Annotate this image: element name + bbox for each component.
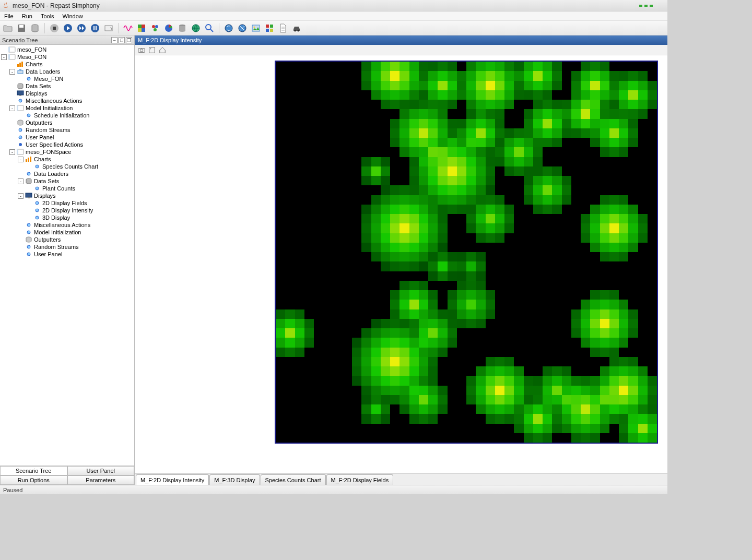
agents-icon[interactable]	[149, 22, 161, 34]
tree-node[interactable]: -Data Sets	[1, 177, 133, 185]
tree-node[interactable]: 2D Display Intensity	[1, 207, 133, 214]
menu-tools[interactable]: Tools	[39, 13, 56, 20]
tree-node[interactable]: User Panel	[1, 251, 133, 258]
tree-node[interactable]: Meso_FON	[1, 75, 133, 82]
tree-node[interactable]: 3D Display	[1, 214, 133, 221]
tree-node[interactable]: -Charts	[1, 156, 133, 163]
wave-icon[interactable]	[122, 22, 134, 34]
tree-node[interactable]: Random Streams	[1, 243, 133, 251]
tree-toggle-icon[interactable]: -	[18, 178, 24, 184]
tab-species-counts[interactable]: Species Counts Chart	[261, 474, 326, 485]
svg-point-77	[150, 48, 151, 49]
scenario-tree[interactable]: meso_FON-Meso_FONCharts-Data LoadersMeso…	[0, 45, 134, 466]
step-icon[interactable]	[76, 22, 87, 34]
tab-user-panel[interactable]: User Panel	[67, 466, 135, 475]
svg-rect-2	[650, 5, 653, 7]
tree-node[interactable]: Outputters	[1, 119, 133, 126]
tree-toggle-icon[interactable]: -	[9, 149, 15, 155]
intensity-display[interactable]	[275, 61, 658, 444]
stop-icon[interactable]	[49, 22, 60, 34]
svg-point-66	[36, 201, 39, 205]
tree-node[interactable]: Outputters	[1, 236, 133, 243]
tree-dataset-icon	[25, 178, 32, 184]
pane-minimize-icon[interactable]: –	[111, 37, 118, 43]
tree-node[interactable]: Schedule Initialization	[1, 112, 133, 119]
svg-rect-38	[8, 54, 10, 59]
svg-rect-76	[149, 47, 155, 53]
svg-rect-39	[17, 64, 19, 67]
tree-out-icon	[25, 236, 32, 243]
java-icon	[2, 2, 9, 9]
tree-label: Model Initialization	[26, 104, 73, 112]
tree-node[interactable]: Data Loaders	[1, 170, 133, 177]
tree-node[interactable]: -Displays	[1, 192, 133, 199]
menu-run[interactable]: Run	[20, 13, 34, 20]
tree-node[interactable]: meso_FON	[1, 46, 133, 53]
tree-node[interactable]: User Panel	[1, 134, 133, 141]
tree-node[interactable]: User Specified Actions	[1, 141, 133, 148]
save-icon[interactable]	[16, 22, 27, 34]
globe-alt-icon[interactable]	[237, 22, 248, 34]
tree-node[interactable]: Miscellaneous Actions	[1, 97, 133, 104]
tab-scenario-tree[interactable]: Scenario Tree	[0, 466, 67, 475]
tree-node[interactable]: -Model Initialization	[1, 104, 133, 112]
pause-icon[interactable]	[89, 22, 101, 34]
tree-toggle-icon[interactable]: -	[18, 157, 24, 162]
svg-rect-31	[266, 29, 269, 32]
tree-toggle-icon[interactable]: -	[9, 105, 15, 111]
tree-toggle-icon[interactable]: -	[18, 193, 24, 199]
zoom-icon[interactable]	[204, 22, 215, 34]
tree-dot-icon	[33, 215, 41, 221]
display-tab-bar: M_F:2D Display Intensity M_F:3D Display …	[135, 473, 667, 485]
cylinder-icon[interactable]	[177, 22, 188, 34]
svg-point-72	[27, 245, 30, 248]
tree-node[interactable]: 2D Display Fields	[1, 199, 133, 207]
pane-restore-icon[interactable]: □	[119, 37, 125, 43]
tree-node[interactable]: Miscellaneous Actions	[1, 221, 133, 229]
car-icon[interactable]	[291, 22, 302, 34]
menu-file[interactable]: File	[2, 13, 16, 20]
app-window: meso_FON - Repast Simphony File Run Tool…	[0, 0, 667, 494]
tree-node[interactable]: -Data Loaders	[1, 68, 133, 75]
play-icon[interactable]	[62, 22, 74, 34]
tree-toggle-icon[interactable]: -	[9, 69, 15, 75]
reset-icon[interactable]	[103, 22, 114, 34]
pie-icon[interactable]	[163, 22, 174, 34]
layers-icon[interactable]	[136, 22, 147, 34]
snapshot-icon[interactable]	[148, 46, 156, 54]
tree-node[interactable]: Data Sets	[1, 82, 133, 90]
tree-toggle-icon[interactable]: -	[1, 54, 7, 60]
database-icon[interactable]	[29, 22, 41, 34]
tree-node[interactable]: Charts	[1, 61, 133, 68]
tree-node[interactable]: Species Counts Chart	[1, 163, 133, 170]
tree-node[interactable]: Plant Counts	[1, 185, 133, 192]
refresh-globe-icon[interactable]	[223, 22, 234, 34]
svg-rect-40	[19, 63, 21, 67]
tree-node[interactable]: Model Initialization	[1, 229, 133, 236]
mosaic-icon[interactable]	[264, 22, 275, 34]
tab-run-options[interactable]: Run Options	[0, 475, 67, 485]
tab-2d-intensity[interactable]: M_F:2D Display Intensity	[136, 474, 209, 485]
svg-rect-16	[138, 28, 142, 32]
tab-parameters[interactable]: Parameters	[67, 475, 135, 485]
svg-rect-12	[96, 26, 97, 30]
home-icon[interactable]	[159, 46, 166, 54]
svg-rect-65	[28, 197, 30, 198]
camera-icon[interactable]	[138, 46, 145, 54]
svg-rect-42	[18, 70, 23, 74]
doc-icon[interactable]	[277, 22, 289, 34]
tree-label: Displays	[34, 192, 56, 199]
pane-maximize-icon[interactable]: ❐	[126, 37, 132, 43]
tree-node[interactable]: -meso_FONSpace	[1, 148, 133, 156]
tree-node[interactable]: Displays	[1, 90, 133, 97]
globe-icon[interactable]	[190, 22, 202, 34]
tree-node[interactable]: -Meso_FON	[1, 53, 133, 61]
tab-3d-display[interactable]: M_F:3D Display	[209, 474, 260, 485]
folder-open-icon[interactable]	[2, 22, 14, 34]
tree-book-icon	[17, 149, 24, 155]
menu-window[interactable]: Window	[61, 13, 85, 20]
tree-label: Random Streams	[26, 126, 70, 134]
tree-node[interactable]: Random Streams	[1, 126, 133, 134]
image-icon[interactable]	[250, 22, 262, 34]
tab-2d-fields[interactable]: M_F:2D Display Fields	[326, 474, 394, 485]
